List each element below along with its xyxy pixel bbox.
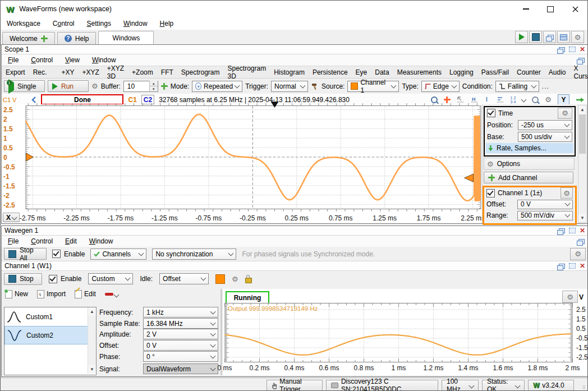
run-button[interactable]: Run: [48, 80, 89, 92]
scope-menu-item[interactable]: File: [2, 54, 25, 66]
scope-view-item[interactable]: Spectrogram: [177, 67, 224, 77]
undock-icon[interactable]: [559, 264, 565, 269]
options-gear-button[interactable]: ⚙: [571, 31, 584, 43]
wavegen-enable[interactable]: Enable: [52, 250, 85, 258]
channel-stop-button[interactable]: Stop: [4, 273, 42, 285]
signal-type-select[interactable]: Custom: [88, 273, 133, 284]
scope-view-item[interactable]: +XY: [57, 67, 78, 77]
wavegen-menu-item[interactable]: Control: [25, 236, 59, 247]
plot-gear-icon[interactable]: ⚙: [545, 96, 552, 103]
idle-select[interactable]: Offset: [159, 273, 209, 284]
stop-all-button[interactable]: [529, 31, 542, 43]
sync-select[interactable]: No synchronization: [152, 249, 236, 260]
condition-select[interactable]: Falling: [495, 81, 539, 92]
trigger-select[interactable]: Normal: [271, 81, 308, 92]
scope-view-item[interactable]: Persistence: [309, 67, 352, 77]
signal-select[interactable]: DualWaveform: [143, 364, 218, 374]
maximize-pane-icon[interactable]: [569, 263, 576, 269]
maximize-button[interactable]: [538, 1, 563, 17]
tab-welcome[interactable]: Welcome: [2, 32, 55, 44]
stop-all-button[interactable]: Stop All: [4, 248, 47, 260]
scope-view-item[interactable]: +XYZ: [78, 67, 103, 77]
wavegen-menu-item[interactable]: Edit: [59, 236, 83, 247]
menu-item[interactable]: Help: [154, 18, 180, 29]
scope-view-item[interactable]: Spectrogram 3D: [224, 63, 270, 81]
time-gear-button[interactable]: ⚙: [558, 108, 572, 119]
arrow-right-green-icon[interactable]: [576, 97, 585, 103]
scope-view-item[interactable]: Histogram: [270, 67, 309, 77]
type-select[interactable]: Edge: [421, 81, 460, 92]
edge-cursor-icon[interactable]: [497, 96, 504, 103]
maximize-pane-icon[interactable]: [569, 228, 576, 233]
rate-samples-button[interactable]: Rate, Samples...: [486, 143, 573, 153]
wg-offset-select[interactable]: 0 V: [143, 340, 218, 351]
scope-view-item[interactable]: +XYZ 3D: [103, 63, 128, 81]
vertical-cursor-icon[interactable]: I: [485, 96, 490, 103]
wavegen-titlebar[interactable]: Wavegen 1 ✕: [2, 226, 588, 236]
tab-windows[interactable]: Windows: [98, 31, 154, 44]
menu-item[interactable]: Settings: [81, 18, 117, 29]
chevron-down-icon[interactable]: [521, 97, 527, 103]
offset-select[interactable]: 0 V: [517, 200, 573, 209]
list-item-custom2[interactable]: Custom2: [4, 326, 96, 344]
scope-titlebar[interactable]: Scope 1 ✕: [2, 45, 588, 54]
frequency-select[interactable]: 1 kHz: [143, 307, 218, 318]
add-channel-button[interactable]: Add Channel: [484, 172, 573, 183]
minimize-button[interactable]: [513, 1, 538, 17]
scope-view-item[interactable]: Eye: [352, 67, 371, 77]
maximize-pane-icon[interactable]: [569, 47, 576, 52]
status-button[interactable]: Status: OK: [482, 380, 525, 391]
range-select[interactable]: 500 mV/div: [517, 211, 573, 220]
channel1-gear-button[interactable]: ⚙: [561, 187, 573, 199]
samplerate-select[interactable]: 16.384 MHz: [143, 318, 218, 329]
channel-color-swatch[interactable]: [215, 274, 225, 284]
buffer-spinner[interactable]: 10 ▲▼: [123, 81, 158, 92]
edit-button[interactable]: Edit: [75, 290, 96, 298]
scope-tool-item[interactable]: Export: [2, 67, 29, 77]
wavegen-gear-button[interactable]: ⚙: [570, 248, 586, 260]
tab-help[interactable]: ? Help: [57, 32, 97, 44]
channel-enable[interactable]: Enable: [49, 275, 81, 283]
phase-select[interactable]: 0 °: [143, 351, 218, 362]
scope-view-item[interactable]: Measurements: [393, 67, 445, 77]
source-select[interactable]: Channel 1: [347, 81, 399, 92]
resize-grip[interactable]: ⠿: [582, 385, 586, 390]
time-checkbox[interactable]: [487, 109, 495, 117]
more-options-button[interactable]: ...: [542, 82, 549, 90]
mode-select[interactable]: ● Repeated: [192, 81, 242, 92]
scope-menu-item[interactable]: Control: [25, 54, 59, 66]
base-select[interactable]: 500 us/div: [518, 132, 572, 142]
close-pane-icon[interactable]: ✕: [580, 263, 585, 269]
undock-icon[interactable]: [578, 239, 585, 244]
undock-icon[interactable]: [559, 228, 565, 233]
wavegen-menu-item[interactable]: Window: [83, 236, 120, 247]
right-panel-scrollbar[interactable]: ▲ ▼: [578, 105, 587, 223]
wavegen-channel-titlebar[interactable]: Channel 1 (W1) ✕: [2, 261, 588, 271]
channel1-checkbox[interactable]: [486, 189, 495, 197]
import-button[interactable]: ↯ Import: [37, 290, 66, 298]
scope-view-item[interactable]: FFT: [157, 67, 177, 77]
clock-button[interactable]: 100 MHz: [442, 380, 479, 391]
tile-windows-button[interactable]: [557, 31, 570, 43]
single-button[interactable]: 1 Single: [4, 80, 45, 92]
channels-select[interactable]: Channels: [90, 249, 146, 260]
list-item-custom1[interactable]: Custom1: [4, 307, 96, 326]
zoom-icon[interactable]: [532, 96, 539, 103]
cursor-numbers-icon[interactable]: 1 2 3 4: [511, 96, 516, 104]
close-pane-icon[interactable]: ✕: [580, 228, 585, 233]
wavegen-menu-item[interactable]: File: [2, 236, 25, 247]
add-buffer-icon[interactable]: [161, 83, 168, 90]
options-button[interactable]: ⚙ Options: [484, 158, 575, 170]
lock-icon[interactable]: [245, 278, 252, 283]
scope-tool-item[interactable]: Rec.: [29, 67, 51, 77]
manual-trigger-hammer-icon[interactable]: [311, 82, 319, 90]
cascade-windows-button[interactable]: [543, 31, 556, 43]
version-button[interactable]: W v3.24.0: [528, 380, 574, 391]
acquisition-gear-icon[interactable]: ⚙: [91, 82, 98, 90]
undock-icon[interactable]: [559, 47, 565, 52]
menu-item[interactable]: Window: [117, 18, 154, 29]
scope-view-item[interactable]: Audio: [545, 67, 570, 77]
channel-gear-icon[interactable]: ⚙: [232, 275, 238, 283]
scope-view-item[interactable]: Counter: [513, 67, 545, 77]
manual-trigger-button[interactable]: Manual Trigger: [267, 380, 323, 391]
